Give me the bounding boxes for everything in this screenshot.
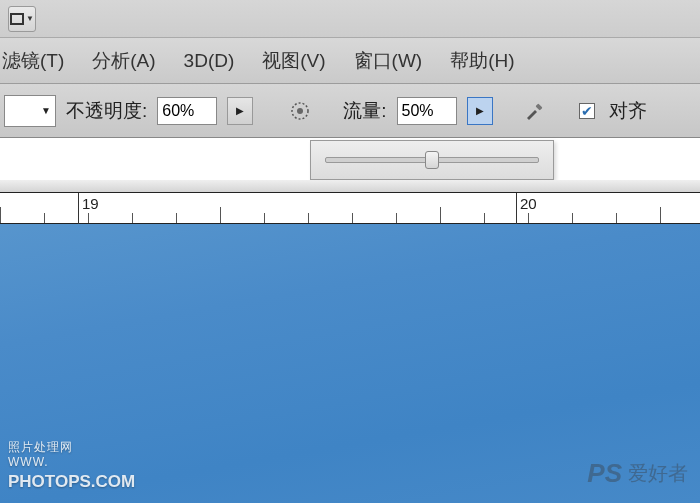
opacity-input[interactable] [157,97,217,125]
opacity-label: 不透明度: [66,98,147,124]
chevron-down-icon: ▼ [41,105,51,116]
chevron-down-icon: ▼ [26,14,34,23]
opacity-slider-button[interactable]: ▶ [227,97,253,125]
ruler-mark-20: 20 [520,195,537,212]
eyedropper-icon[interactable] [521,98,547,124]
menu-3d[interactable]: 3D(D) [184,50,235,72]
flow-slider-popup [310,140,554,180]
flow-input[interactable] [397,97,457,125]
screen-mode-button[interactable]: ▼ [8,6,36,32]
flow-slider-thumb[interactable] [425,151,439,169]
app-top-toolbar: ▼ [0,0,700,38]
flow-slider-track[interactable] [325,157,539,163]
menu-help[interactable]: 帮助(H) [450,48,514,74]
tool-options-bar: ▼ 不透明度: ▶ 流量: ▶ ✔ 对齐 [0,84,700,138]
menu-view[interactable]: 视图(V) [262,48,325,74]
ruler-mark-19: 19 [82,195,99,212]
screen-mode-icon [10,13,24,25]
menu-bar: 滤镜(T) 分析(A) 3D(D) 视图(V) 窗口(W) 帮助(H) [0,38,700,84]
watermark-psahz: PS 爱好者 [587,458,688,489]
svg-rect-2 [535,103,542,110]
brush-preset-picker[interactable]: ▼ [4,95,56,127]
menu-filter[interactable]: 滤镜(T) [2,48,64,74]
divider [0,180,700,192]
horizontal-ruler: 19 20 [0,192,700,224]
flow-slider-button[interactable]: ▶ [467,97,493,125]
align-label: 对齐 [609,98,647,124]
watermark-photops: 照片处理网 WWW. PHOTOPS.COM [8,440,135,493]
airbrush-icon[interactable] [287,98,313,124]
menu-analysis[interactable]: 分析(A) [92,48,155,74]
align-checkbox[interactable]: ✔ [579,103,595,119]
flow-label: 流量: [343,98,386,124]
svg-point-1 [297,108,303,114]
menu-window[interactable]: 窗口(W) [354,48,423,74]
